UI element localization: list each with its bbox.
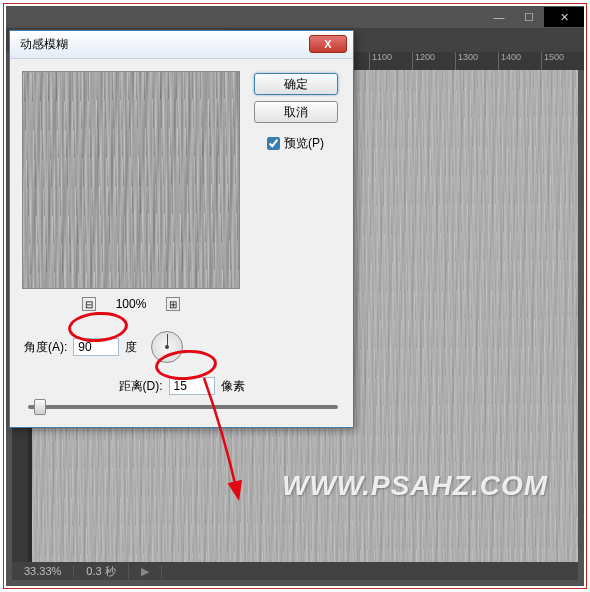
status-arrow-icon[interactable]: ▶ (129, 565, 162, 578)
zoom-out-button[interactable]: ⊟ (82, 297, 96, 311)
close-icon: X (324, 38, 331, 50)
watermark-text: WWW.PSAHZ.COM (282, 470, 548, 502)
titlebar: — ☐ ✕ (6, 6, 584, 28)
ok-button[interactable]: 确定 (254, 73, 338, 95)
ruler-tick: 1100 (369, 52, 412, 70)
close-window-button[interactable]: ✕ (544, 7, 584, 27)
cancel-button[interactable]: 取消 (254, 101, 338, 123)
angle-dial[interactable] (151, 331, 183, 363)
slider-thumb[interactable] (34, 399, 46, 415)
preview-thumbnail[interactable] (22, 71, 240, 289)
distance-label: 距离(D): (119, 378, 163, 395)
dialog-title-label: 动感模糊 (20, 36, 68, 53)
dialog-close-button[interactable]: X (309, 35, 347, 53)
preview-checkbox[interactable] (267, 137, 280, 150)
ruler-tick: 1200 (412, 52, 455, 70)
status-timing: 0.3 秒 (74, 564, 128, 579)
angle-input[interactable] (73, 338, 119, 356)
preview-checkbox-row[interactable]: 预览(P) (267, 135, 324, 152)
angle-unit-label: 度 (125, 339, 137, 356)
preview-checkbox-label: 预览(P) (284, 135, 324, 152)
motion-blur-dialog: 动感模糊 X ⊟ 100% ⊞ 确定 取消 预览(P) 角度(A): 度 (9, 30, 354, 428)
distance-unit-label: 像素 (221, 378, 245, 395)
ruler-tick: 1500 (541, 52, 584, 70)
dialog-titlebar[interactable]: 动感模糊 X (10, 31, 353, 59)
minimize-button[interactable]: — (484, 7, 514, 27)
status-zoom[interactable]: 33.33% (12, 565, 74, 577)
distance-input[interactable] (169, 377, 215, 395)
ruler-tick: 1400 (498, 52, 541, 70)
maximize-button[interactable]: ☐ (514, 7, 544, 27)
distance-slider[interactable] (28, 405, 338, 409)
statusbar: 33.33% 0.3 秒 ▶ (12, 562, 578, 580)
ruler-tick: 1300 (455, 52, 498, 70)
zoom-in-button[interactable]: ⊞ (166, 297, 180, 311)
angle-label: 角度(A): (24, 339, 67, 356)
zoom-level-label: 100% (116, 297, 147, 311)
